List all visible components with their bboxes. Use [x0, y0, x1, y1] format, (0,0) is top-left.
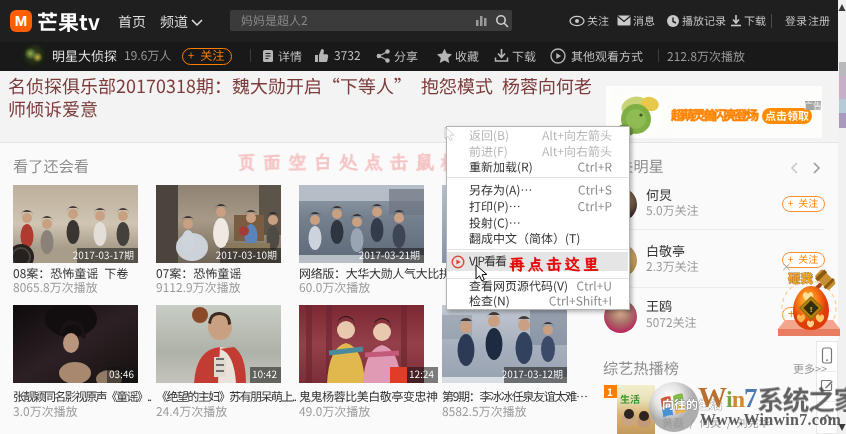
svg-text:!: !	[810, 305, 813, 314]
